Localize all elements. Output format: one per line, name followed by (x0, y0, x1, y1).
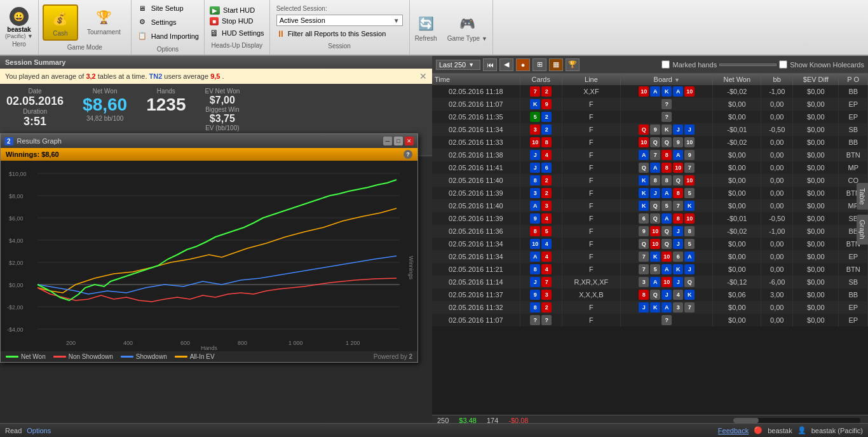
grid-view-button[interactable]: ⊞ (532, 58, 546, 71)
table-body: 02.05.2016 11:1872X,XF10AKA10-$0,02-1,00… (432, 85, 868, 326)
status-icon-red: 🔴 (754, 426, 763, 434)
card: K (530, 99, 540, 109)
tournament-button[interactable]: 🏆 Tournament (81, 4, 127, 41)
col-pos[interactable]: P O (839, 74, 868, 85)
start-hud-item[interactable]: ▶ Start HUD (210, 6, 264, 15)
maximize-button[interactable]: □ (394, 137, 403, 145)
table-row[interactable]: 02.05.2016 11:14J7R,XR,X,XF3A10JQ-$0,12-… (432, 276, 868, 288)
suit-filter-button[interactable]: ● (516, 58, 530, 71)
hud-settings-item[interactable]: 🖥 HUD Settings (210, 28, 264, 38)
col-ev-diff[interactable]: $EV Diff (793, 74, 839, 85)
col-board[interactable]: Board ▼ (621, 74, 713, 85)
card: 7 (541, 277, 552, 287)
table-row[interactable]: 02.05.2016 11:07K9F?$0,000,00$0,00EP (432, 98, 868, 111)
options-link[interactable]: Options (27, 427, 51, 434)
import-icon: 📋 (137, 30, 148, 42)
col-net-won[interactable]: Net Won (713, 74, 761, 85)
refresh-button[interactable]: 🔄 Refresh (410, 11, 442, 44)
svg-text:200: 200 (66, 340, 76, 346)
table-tab[interactable]: Table (857, 183, 868, 210)
hero-server: (Pacific) ▼ (5, 33, 33, 39)
col-time[interactable]: Time (432, 74, 520, 85)
table-row[interactable]: 02.05.2016 11:1872X,XF10AKA10-$0,02-1,00… (432, 85, 868, 98)
card-view-button[interactable]: ▦ (549, 58, 563, 71)
col-line[interactable]: Line (562, 74, 620, 85)
card: 10 (530, 137, 540, 147)
svg-text:Winnings: Winnings (408, 256, 414, 280)
legend-non-showdown: Non Showdown (53, 353, 113, 360)
table-row[interactable]: 02.05.2016 11:3685F910QJ8-$0,02-1,00$0,0… (432, 225, 868, 238)
table-row[interactable]: 02.05.2016 11:2184F75AKJ$0,000,00$0,00BT… (432, 263, 868, 276)
last-hands-select[interactable]: Last 250 ▼ (436, 60, 480, 70)
hero-section[interactable]: 😀 beastak (Pacific) ▼ Hero (0, 0, 39, 55)
cash-button[interactable]: 💰 Cash (43, 4, 78, 41)
powered-by: Powered by 2 (374, 353, 412, 360)
legend-net-won: Net Won (6, 353, 46, 360)
svg-text:600: 600 (180, 340, 190, 346)
table-row[interactable]: 02.05.2016 11:07??F?$0,000,00$0,00EP (432, 314, 868, 326)
data-table[interactable]: Time Cards Line Board ▼ Net Won bb $EV D… (432, 74, 868, 415)
session-select[interactable]: Active Session ▼ (276, 15, 403, 26)
marked-hands-input[interactable] (719, 64, 776, 66)
help-icon[interactable]: ? (403, 150, 412, 159)
selected-session-label: Selected Session: (276, 5, 403, 12)
trophy-filter-button[interactable]: 🏆 (566, 58, 580, 71)
col-bb[interactable]: bb (761, 74, 793, 85)
horizontal-scrollbar[interactable] (733, 418, 860, 423)
trophy-icon: 🏆 (93, 7, 114, 27)
table-row[interactable]: 02.05.2016 11:3932FKJA85$0,000,00$0,00BT… (432, 187, 868, 199)
table-row[interactable]: 02.05.2016 11:4082FK88Q10$0,000,00$0,00C… (432, 174, 868, 187)
game-type-button[interactable]: 🎮 Game Type ▼ (442, 11, 492, 44)
hands-value: 1235 (146, 95, 186, 115)
close-button[interactable]: ✕ (405, 137, 414, 145)
show-holecards-checkbox[interactable] (779, 60, 787, 69)
window-title: 2 Results Graph (4, 137, 62, 145)
graph-tab[interactable]: Graph (857, 215, 868, 245)
minimize-button[interactable]: ─ (383, 137, 392, 145)
cash-label: Cash (53, 30, 67, 37)
nav-prev-button[interactable]: ◀ (499, 58, 513, 71)
svg-text:-$2,00: -$2,00 (7, 304, 24, 311)
card: 7 (530, 86, 540, 97)
status-read: Read (5, 427, 22, 434)
site-setup-item[interactable]: 🖥 Site Setup (137, 3, 199, 14)
status-icon-user2: 👤 (797, 426, 806, 434)
table-row[interactable]: 02.05.2016 11:34104FQ10QJ5$0,000,00$0,00… (432, 238, 868, 250)
card: J (530, 277, 540, 287)
show-holecards-label[interactable]: Show Known Holecards (779, 60, 864, 69)
feedback-link[interactable]: Feedback (718, 427, 749, 434)
stop-hud-icon: ■ (210, 17, 219, 25)
table-row[interactable]: 02.05.2016 11:3282FJKA37$0,000,00$0,00EP (432, 301, 868, 314)
table-row[interactable]: 02.05.2016 11:3552F?$0,000,00$0,00EP (432, 111, 868, 123)
stop-hud-item[interactable]: ■ Stop HUD (210, 17, 264, 25)
table-row[interactable]: 02.05.2016 11:3432FQ9KJJ-$0,01-0,50$0,00… (432, 123, 868, 136)
svg-text:$6,00: $6,00 (9, 215, 24, 222)
card: 9 (530, 213, 540, 224)
settings-item[interactable]: ⚙ Settings (137, 17, 199, 28)
table-row[interactable]: 02.05.2016 11:33108F10QQ910-$0,020,00$0,… (432, 136, 868, 149)
filter-session-item[interactable]: ⏸ Filter all Reports to this Session (276, 29, 403, 39)
net-won-color (6, 356, 18, 358)
table-row[interactable]: 02.05.2016 11:38J4FA78A9$0,000,00$0,00BT… (432, 149, 868, 161)
card: 9 (530, 290, 540, 300)
table-row[interactable]: 02.05.2016 11:34A4F7K106A$0,000,00$0,00E… (432, 250, 868, 263)
graph-window: 2 Results Graph ─ □ ✕ Winnings: $8,60 ? (0, 133, 418, 363)
cash-icon: 💰 (50, 8, 71, 29)
start-hud-icon: ▶ (210, 6, 220, 15)
biggest-win-value: $3,75 (210, 113, 235, 124)
close-banner-button[interactable]: ✕ (419, 71, 427, 81)
table-row[interactable]: 02.05.2016 11:41J6FQA8107$0,000,00$0,00M… (432, 161, 868, 174)
card: 3 (530, 188, 540, 198)
hand-importing-item[interactable]: 📋 Hand Importing (137, 30, 199, 42)
nav-first-button[interactable]: ⏮ (483, 58, 497, 71)
options-label: Options (137, 46, 199, 53)
table-row[interactable]: 02.05.2016 11:3994F6QA810-$0,01-0,50$0,0… (432, 212, 868, 225)
table-row[interactable]: 02.05.2016 11:3793X,X,X,B8QJ4K$0,063,00$… (432, 288, 868, 301)
card: 8 (541, 137, 552, 147)
table-row[interactable]: 02.05.2016 11:40A3FKQ57K$0,000,00$0,00MP (432, 199, 868, 212)
marked-hands-label[interactable]: Marked hands (661, 60, 717, 69)
marked-hands-checkbox[interactable] (661, 60, 670, 69)
game-mode-label: Game Mode (67, 44, 102, 51)
col-cards[interactable]: Cards (520, 74, 562, 85)
graph-legend: Net Won Non Showdown Showdown All-In EV … (1, 351, 417, 362)
